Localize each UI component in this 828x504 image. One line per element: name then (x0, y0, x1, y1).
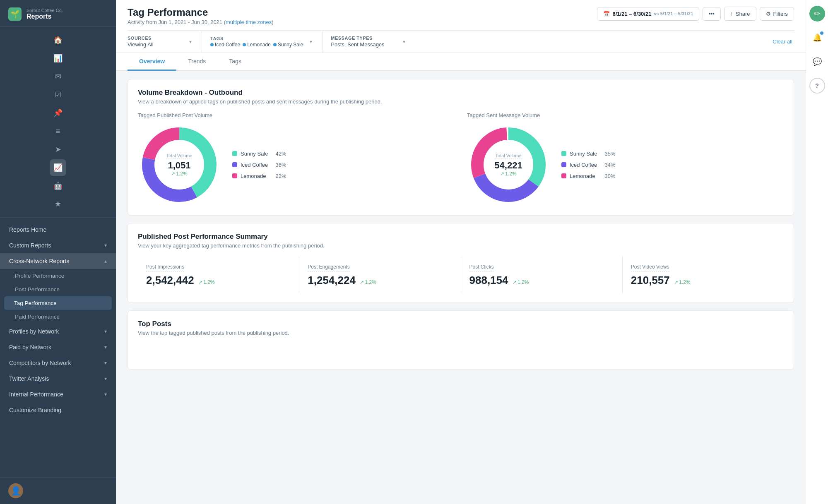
sent-legend: Sunny Sale 35% Iced Coffee 34% Lemonade (561, 151, 616, 179)
tag-dot (243, 43, 246, 46)
tags-filter[interactable]: Tags Iced Coffee Lemonade Sunny Sale (210, 31, 323, 53)
stat-change-clicks: ↗ 1.2% (513, 279, 529, 285)
chevron-icon: ▾ (104, 242, 107, 248)
sidebar-header: 🌱 Sprout Coffee Co. Reports (0, 0, 116, 27)
main-content-area: Volume Breakdown - Outbound View a break… (116, 71, 806, 504)
legend-dot-sent-sunny (561, 151, 566, 156)
stat-change-engagements: ↗ 1.2% (360, 279, 376, 285)
nav-icon-inbox[interactable]: ≡ (50, 123, 66, 139)
legend-dot-sent-lemon (561, 173, 566, 178)
help-button[interactable]: ? (809, 78, 825, 94)
nav-icon-analytics[interactable]: 📈 (50, 159, 66, 176)
top-posts-subtitle: View the top tagged published posts from… (138, 330, 784, 336)
filter-icon: ⚙ (766, 11, 771, 17)
share-icon: ↑ (730, 10, 733, 17)
app-title: Reports (26, 13, 63, 20)
published-chart-label: Tagged Published Post Volume (138, 112, 455, 118)
sources-filter[interactable]: Sources Viewing All ▾ (128, 31, 202, 53)
sidebar-item-customize-branding[interactable]: Customize Branding (0, 402, 116, 418)
published-donut-center: Total Volume 1,051 ↗ 1.2% (166, 153, 193, 177)
nav-icon-home[interactable]: 🏠 (50, 32, 66, 48)
sidebar-subitem-post-performance[interactable]: Post Performance (0, 283, 116, 296)
top-posts-placeholder (138, 343, 784, 360)
nav-icon-campaigns[interactable]: ➤ (50, 141, 66, 158)
clear-all-button[interactable]: Clear all (773, 38, 794, 45)
sidebar-subitem-tag-performance[interactable]: Tag Performance (4, 296, 112, 310)
share-button[interactable]: ↑ Share (724, 7, 756, 21)
calendar-icon: 📅 (603, 11, 610, 17)
tab-tags[interactable]: Tags (217, 53, 253, 71)
tag-dot (273, 43, 277, 46)
timezone-link[interactable]: multiple time zones (226, 19, 272, 25)
sidebar-item-competitors-by-network[interactable]: Competitors by Network ▾ (0, 355, 116, 371)
tab-trends[interactable]: Trends (176, 53, 217, 71)
sent-change: ↗ 1.2% (494, 171, 522, 177)
message-types-filter[interactable]: Message Types Posts, Sent Messages ▾ (331, 31, 405, 53)
sidebar-item-reports-home[interactable]: Reports Home (0, 222, 116, 238)
sidebar-subitem-paid-performance[interactable]: Paid Performance (0, 310, 116, 324)
legend-sunny-sale: Sunny Sale 42% (232, 151, 286, 157)
user-avatar[interactable]: 👤 (8, 483, 23, 498)
sent-chart-label: Tagged Sent Message Volume (467, 112, 784, 118)
sidebar-nav: Reports Home Custom Reports ▾ Cross-Netw… (0, 218, 116, 477)
sidebar-footer: 👤 (0, 477, 116, 504)
filters-bar: Sources Viewing All ▾ Tags Iced Coffee (128, 30, 794, 53)
stat-post-clicks: Post Clicks 988,154 ↗ 1.2% (461, 256, 623, 293)
sidebar-subitem-profile-performance[interactable]: Profile Performance (0, 269, 116, 283)
sent-donut-center: Total Volume 54,221 ↗ 1.2% (494, 153, 522, 177)
company-name: Sprout Coffee Co. (26, 8, 63, 13)
nav-icon-tasks[interactable]: ☑ (50, 86, 66, 103)
nav-icon-publish[interactable]: 📌 (50, 105, 66, 121)
notifications-button[interactable]: 🔔 (809, 30, 825, 46)
legend-dot-sent-iced (561, 162, 566, 167)
top-posts-card: Top Posts View the top tagged published … (128, 310, 794, 370)
chevron-icon: ▾ (104, 344, 107, 350)
volume-breakdown-card: Volume Breakdown - Outbound View a break… (128, 79, 794, 216)
tab-overview[interactable]: Overview (128, 53, 176, 71)
nav-icon-listening[interactable]: 🤖 (50, 178, 66, 194)
more-options-button[interactable]: ••• (703, 7, 721, 21)
legend-sent-iced-coffee: Iced Coffee 34% (561, 162, 616, 168)
top-posts-title: Top Posts (138, 320, 784, 328)
published-legend: Sunny Sale 42% Iced Coffee 36% Lemonade (232, 151, 286, 179)
message-types-chevron-icon: ▾ (403, 39, 405, 45)
legend-dot-sunny-sale (232, 151, 237, 156)
right-icon-bar: ✏ 🔔 💬 ? (806, 0, 828, 504)
filters-button[interactable]: ⚙ Filters (760, 7, 794, 21)
tag-dot (210, 43, 214, 46)
legend-iced-coffee: Iced Coffee 36% (232, 162, 286, 168)
sidebar-item-paid-by-network[interactable]: Paid by Network ▾ (0, 339, 116, 355)
published-chart-inner: Total Volume 1,051 ↗ 1.2% (138, 123, 455, 206)
sidebar-item-cross-network[interactable]: Cross-Network Reports ▴ (0, 253, 116, 269)
page-heading: Tag Performance Activity from Jun 1, 202… (128, 7, 274, 25)
sources-chevron-icon: ▾ (189, 39, 192, 45)
legend-dot-iced-coffee (232, 162, 237, 167)
messages-button[interactable]: 💬 (809, 54, 825, 70)
charts-row: Tagged Published Post Volume (138, 112, 784, 206)
main-header: Tag Performance Activity from Jun 1, 202… (116, 0, 806, 53)
volume-breakdown-subtitle: View a breakdown of applied tags on publ… (138, 98, 784, 105)
compose-button[interactable]: ✏ (809, 6, 825, 22)
nav-icon-premium[interactable]: ★ (50, 196, 66, 212)
page-subtitle: Activity from Jun 1, 2021 - Jun 30, 2021… (128, 19, 274, 25)
sidebar-item-twitter-analysis[interactable]: Twitter Analysis ▾ (0, 371, 116, 386)
sidebar: 🌱 Sprout Coffee Co. Reports 🏠 📊 ✉ ☑ 📌 ≡ … (0, 0, 116, 504)
chevron-icon: ▾ (104, 391, 107, 397)
published-donut: Total Volume 1,051 ↗ 1.2% (138, 123, 221, 206)
chevron-icon: ▾ (104, 376, 107, 382)
nav-icon-compose[interactable]: ✉ (50, 68, 66, 85)
tag-chip-iced-coffee: Iced Coffee (210, 42, 240, 48)
published-volume-chart: Tagged Published Post Volume (138, 112, 455, 206)
date-range-button[interactable]: 📅 6/1/21 – 6/30/21 vs 5/1/21 – 5/31/21 (597, 7, 699, 21)
sidebar-brand: Sprout Coffee Co. Reports (26, 8, 63, 20)
nav-icon-reports[interactable]: 📊 (50, 50, 66, 67)
sidebar-item-profiles-by-network[interactable]: Profiles by Network ▾ (0, 324, 116, 339)
sidebar-item-custom-reports[interactable]: Custom Reports ▾ (0, 238, 116, 253)
tag-chip-lemonade: Lemonade (243, 42, 271, 48)
legend-sent-lemonade: Lemonade 30% (561, 173, 616, 179)
page-title: Tag Performance (128, 7, 274, 18)
sidebar-item-internal-performance[interactable]: Internal Performance ▾ (0, 386, 116, 402)
app-logo: 🌱 (8, 7, 22, 21)
legend-dot-lemonade (232, 173, 237, 178)
stat-post-engagements: Post Engagements 1,254,224 ↗ 1.2% (299, 256, 461, 293)
